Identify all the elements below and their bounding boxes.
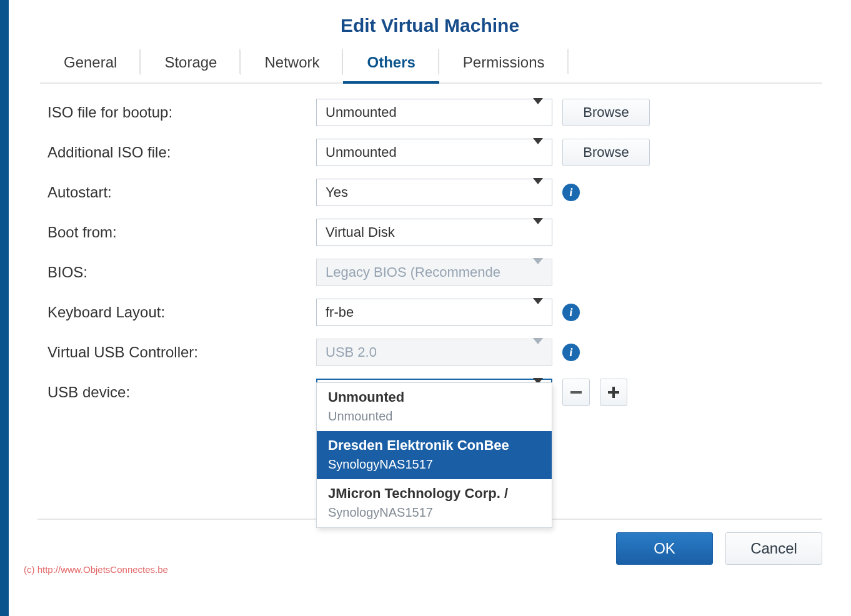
info-icon-keyboard[interactable]: i	[562, 304, 580, 321]
select-value: Virtual Disk	[326, 224, 395, 241]
chevron-down-icon	[533, 104, 543, 121]
tab-label: Storage	[164, 54, 217, 71]
tab-others[interactable]: Others	[343, 47, 439, 82]
option-title: JMicron Technology Corp. /	[328, 485, 540, 502]
tab-label: General	[64, 54, 117, 71]
label-autostart: Autostart:	[47, 184, 316, 201]
remove-usb-button[interactable]	[562, 379, 590, 406]
ok-button[interactable]: OK	[616, 532, 713, 565]
watermark-text: (c) http://www.ObjetsConnectes.be	[24, 564, 168, 575]
label-iso-additional: Additional ISO file:	[47, 144, 316, 161]
label-iso-bootup: ISO file for bootup:	[47, 104, 316, 121]
info-icon-autostart[interactable]: i	[562, 184, 580, 201]
form-content: ISO file for bootup: Unmounted Browse Ad…	[9, 84, 851, 406]
select-bios: Legacy BIOS (Recommende	[316, 259, 552, 286]
chevron-down-icon	[533, 224, 543, 241]
chevron-down-icon	[533, 264, 543, 281]
usb-option-conbee[interactable]: Dresden Elektronik ConBee SynologyNAS151…	[317, 431, 552, 479]
label-bios: BIOS:	[47, 264, 316, 281]
cancel-button[interactable]: Cancel	[725, 532, 822, 565]
select-value: fr-be	[326, 304, 354, 320]
option-title: Dresden Elektronik ConBee	[328, 437, 540, 454]
select-boot-from[interactable]: Virtual Disk	[316, 219, 552, 246]
label-keyboard: Keyboard Layout:	[47, 304, 316, 321]
select-value: Unmounted	[326, 104, 397, 121]
usb-option-unmounted[interactable]: Unmounted Unmounted	[317, 383, 552, 431]
option-sub: SynologyNAS1517	[328, 505, 540, 520]
usb-option-jmicron[interactable]: JMicron Technology Corp. / SynologyNAS15…	[317, 479, 552, 527]
browse-iso-additional-button[interactable]: Browse	[562, 139, 650, 166]
chevron-down-icon	[533, 144, 543, 161]
external-leftbar	[0, 0, 9, 616]
label-boot-from: Boot from:	[47, 224, 316, 241]
select-autostart[interactable]: Yes	[316, 179, 552, 206]
usb-device-dropdown: Unmounted Unmounted Dresden Elektronik C…	[316, 382, 552, 528]
select-value: USB 2.0	[326, 344, 377, 360]
option-sub: SynologyNAS1517	[328, 457, 540, 472]
tab-network[interactable]: Network	[241, 47, 343, 82]
tab-permissions[interactable]: Permissions	[439, 47, 569, 82]
info-icon-usb-controller[interactable]: i	[562, 344, 580, 361]
tab-general[interactable]: General	[40, 47, 141, 82]
select-keyboard[interactable]: fr-be	[316, 299, 552, 326]
chevron-down-icon	[533, 304, 543, 320]
add-usb-button[interactable]	[600, 379, 627, 406]
tab-label: Network	[264, 54, 319, 71]
option-sub: Unmounted	[328, 409, 540, 424]
select-iso-additional[interactable]: Unmounted	[316, 139, 552, 166]
minus-icon	[570, 391, 582, 394]
browse-iso-bootup-button[interactable]: Browse	[562, 99, 650, 126]
svg-rect-2	[608, 391, 619, 394]
tab-bar: General Storage Network Others Permissio…	[40, 47, 822, 84]
tab-storage[interactable]: Storage	[141, 47, 241, 82]
edit-vm-dialog: Edit Virtual Machine General Storage Net…	[9, 0, 851, 616]
label-usb-controller: Virtual USB Controller:	[47, 344, 316, 361]
chevron-down-icon	[533, 344, 543, 360]
tab-label: Others	[367, 54, 415, 71]
plus-icon	[608, 387, 619, 398]
dialog-title: Edit Virtual Machine	[9, 0, 851, 47]
select-iso-bootup[interactable]: Unmounted	[316, 99, 552, 126]
select-value: Unmounted	[326, 144, 397, 161]
select-usb-controller: USB 2.0	[316, 339, 552, 366]
option-title: Unmounted	[328, 389, 540, 405]
label-usb-device: USB device:	[47, 384, 316, 401]
svg-rect-0	[570, 391, 582, 394]
chevron-down-icon	[533, 184, 543, 201]
select-value: Yes	[326, 184, 348, 201]
tab-label: Permissions	[463, 54, 545, 71]
select-value: Legacy BIOS (Recommende	[326, 264, 500, 281]
